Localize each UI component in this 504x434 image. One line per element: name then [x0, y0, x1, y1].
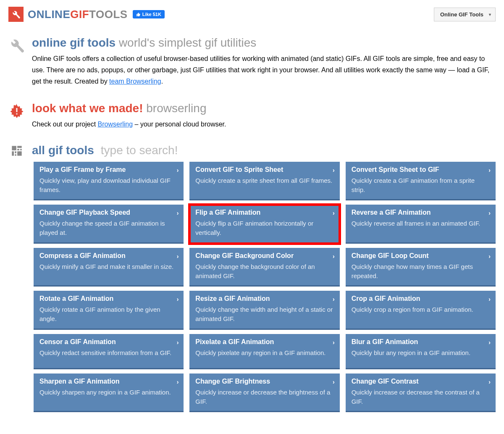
tool-card-title: Change GIF Playback Speed	[39, 209, 178, 216]
made-heading: look what we made! browserling	[32, 102, 496, 115]
tool-card-title: Change GIF Background Color	[195, 252, 333, 260]
tool-card[interactable]: Play a GIF Frame by FrameQuickly view, p…	[34, 162, 184, 201]
logo-text: ONLINEGIFTOOLS	[28, 8, 128, 21]
tool-card-title: Change GIF Contrast	[352, 378, 490, 385]
tool-card-desc: Quickly create a sprite sheet from all G…	[195, 176, 333, 185]
tool-card-desc: Quickly change how many times a GIF gets…	[352, 262, 490, 281]
intro-section: online gif tools world's simplest gif ut…	[0, 29, 504, 94]
tool-card-title: Change GIF Brightness	[195, 378, 333, 385]
search-input[interactable]	[101, 144, 269, 157]
svg-rect-3	[20, 149, 22, 150]
tools-grid: Play a GIF Frame by FrameQuickly view, p…	[0, 162, 504, 421]
tool-card-desc: Quickly rotate a GIF animation by the gi…	[39, 305, 178, 324]
svg-rect-5	[15, 151, 16, 153]
tool-card[interactable]: Compress a GIF AnimationQuickly minify a…	[34, 248, 184, 287]
page-header: ONLINEGIFTOOLS Like 51K Online GIF Tools	[0, 0, 504, 29]
svg-rect-1	[17, 146, 21, 148]
burst-icon	[8, 103, 25, 119]
tool-card[interactable]: Convert GIF to Sprite SheetQuickly creat…	[189, 162, 339, 201]
tool-card[interactable]: Blur a GIF AnimationQuickly blur any reg…	[346, 334, 496, 369]
tool-card-desc: Quickly reverse all frames in an animate…	[352, 219, 490, 228]
tool-card-desc: Quickly minify a GIF and make it smaller…	[39, 262, 178, 271]
browserling-link[interactable]: Browserling	[98, 121, 133, 128]
chevron-right-icon: ›	[177, 339, 179, 346]
chevron-right-icon: ›	[333, 253, 335, 260]
tool-card-desc: Quickly blur any region in a GIF animati…	[352, 348, 490, 358]
tool-card-desc: Quickly sharpen any region in a GIF anim…	[39, 388, 178, 397]
made-section: look what we made! browserling Check out…	[0, 94, 504, 137]
tool-card-title: Crop a GIF Animation	[352, 295, 490, 302]
tool-card-title: Convert GIF to Sprite Sheet	[195, 166, 333, 174]
chevron-right-icon: ›	[177, 210, 179, 216]
intro-heading: online gif tools world's simplest gif ut…	[32, 36, 496, 50]
tool-card-desc: Quickly redact sensitive information fro…	[39, 348, 178, 358]
chevron-right-icon: ›	[177, 379, 179, 385]
tool-card-title: Blur a GIF Animation	[352, 338, 490, 346]
tool-card-title: Compress a GIF Animation	[39, 252, 178, 260]
tool-card[interactable]: Change GIF Playback SpeedQuickly change …	[34, 205, 184, 244]
chevron-right-icon: ›	[177, 296, 179, 302]
tool-card[interactable]: Reverse a GIF AnimationQuickly reverse a…	[346, 205, 496, 244]
intro-description: Online GIF tools offers a collection of …	[32, 53, 496, 87]
all-tools-label: all gif tools	[32, 144, 94, 157]
chevron-right-icon: ›	[333, 379, 335, 385]
tool-card[interactable]: Rotate a GIF AnimationQuickly rotate a G…	[34, 291, 184, 330]
tool-card-desc: Quickly change the speed a GIF animation…	[39, 219, 178, 237]
site-logo[interactable]: ONLINEGIFTOOLS	[8, 7, 128, 22]
tool-card[interactable]: Pixelate a GIF AnimationQuickly pixelate…	[189, 334, 339, 369]
tool-card-desc: Quickly increase or decrease the brightn…	[195, 388, 333, 406]
made-description: Check out our project Browserling – your…	[32, 118, 496, 130]
fb-like-label: Like 51K	[142, 12, 161, 17]
tool-card-desc: Quickly create a GIF animation from a sp…	[352, 176, 490, 195]
chevron-right-icon: ›	[333, 296, 335, 302]
tool-card-title: Play a GIF Frame by Frame	[39, 166, 178, 174]
tool-card-title: Censor a GIF Animation	[39, 338, 178, 346]
svg-rect-6	[15, 154, 16, 156]
tool-card-title: Reverse a GIF Animation	[352, 209, 490, 216]
team-browserling-link[interactable]: team Browserling	[109, 78, 161, 85]
tool-card[interactable]: Sharpen a GIF AnimationQuickly sharpen a…	[34, 374, 184, 413]
chevron-right-icon: ›	[333, 167, 335, 174]
tool-card-desc: Quickly increase or decrease the contras…	[352, 388, 490, 406]
tool-card-title: Pixelate a GIF Animation	[195, 338, 333, 346]
chevron-right-icon: ›	[488, 210, 491, 216]
chevron-right-icon: ›	[488, 339, 491, 346]
svg-rect-2	[17, 149, 19, 150]
tool-card-desc: Quickly crop a region from a GIF animati…	[352, 305, 490, 314]
tool-card-title: Resize a GIF Animation	[195, 295, 333, 302]
chevron-right-icon: ›	[488, 167, 491, 174]
tool-card[interactable]: Change GIF Background ColorQuickly chang…	[189, 248, 339, 287]
facebook-like-button[interactable]: Like 51K	[133, 10, 165, 18]
tool-card[interactable]: Censor a GIF AnimationQuickly redact sen…	[34, 334, 184, 369]
tool-card-desc: Quickly flip a GIF animation horizontall…	[195, 219, 333, 237]
chevron-right-icon: ›	[177, 253, 179, 260]
chevron-right-icon: ›	[333, 210, 335, 216]
tool-card-desc: Quickly change the background color of a…	[195, 262, 333, 281]
tools-dropdown-button[interactable]: Online GIF Tools	[434, 8, 496, 21]
tool-card[interactable]: Resize a GIF AnimationQuickly change the…	[189, 291, 339, 330]
tool-card-title: Change GIF Loop Count	[352, 252, 490, 260]
chevron-right-icon: ›	[488, 253, 491, 260]
tool-card-title: Flip a GIF Animation	[195, 209, 333, 216]
chevron-right-icon: ›	[177, 167, 179, 174]
tool-card[interactable]: Change GIF ContrastQuickly increase or d…	[346, 374, 496, 413]
grid-icon	[8, 142, 25, 159]
tool-card[interactable]: Flip a GIF AnimationQuickly flip a GIF a…	[189, 205, 339, 244]
chevron-right-icon: ›	[488, 296, 491, 302]
tool-card[interactable]: Crop a GIF AnimationQuickly crop a regio…	[346, 291, 496, 330]
dropdown-label: Online GIF Tools	[440, 11, 483, 18]
tool-card-desc: Quickly view, play and download individu…	[39, 176, 178, 195]
tool-card-desc: Quickly pixelate any region in a GIF ani…	[195, 348, 333, 358]
tool-card[interactable]: Change GIF Loop CountQuickly change how …	[346, 248, 496, 287]
svg-rect-4	[12, 151, 14, 156]
tool-card[interactable]: Change GIF BrightnessQuickly increase or…	[189, 374, 339, 413]
wrench-logo-icon	[8, 7, 24, 22]
tool-card-title: Sharpen a GIF Animation	[39, 378, 178, 385]
chevron-right-icon: ›	[488, 379, 491, 385]
svg-rect-0	[12, 146, 16, 150]
wrench-icon	[8, 37, 25, 54]
tool-card[interactable]: Convert Sprite Sheet to GIFQuickly creat…	[346, 162, 496, 201]
tool-card-title: Rotate a GIF Animation	[39, 295, 178, 302]
svg-rect-7	[17, 151, 21, 156]
tool-card-desc: Quickly change the width and height of a…	[195, 305, 333, 324]
